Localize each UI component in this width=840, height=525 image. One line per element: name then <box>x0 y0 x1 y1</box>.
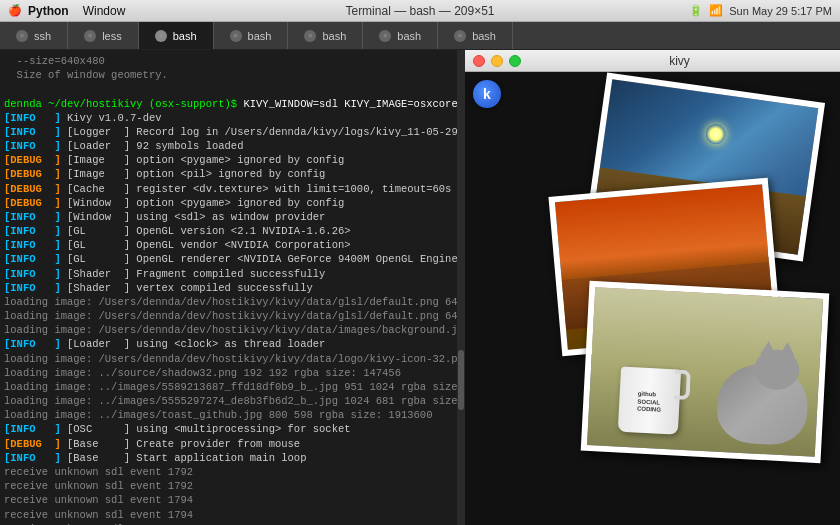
log-kivy-version-tag: [INFO ] <box>4 111 61 125</box>
photo-star <box>704 123 727 146</box>
mug-container: github SOCIAL CODING <box>608 351 692 435</box>
log-loading-6: loading image: ../images/toast_github.jp… <box>4 408 453 422</box>
tab-close-less[interactable]: × <box>84 30 96 42</box>
tab-label-bash1: bash <box>173 30 197 42</box>
log-line-4: [DEBUG ] [Cache ] register <dv.texture> … <box>4 182 453 196</box>
terminal-content[interactable]: --size=640x480 Size of window geometry. … <box>0 50 457 525</box>
log-loading-icon: loading image: /Users/dennda/dev/hostiki… <box>4 352 453 366</box>
log-text-6: [Window ] using <sdl> as window provider <box>61 210 326 224</box>
log-loading-5: loading image: ../images/5555297274_de8b… <box>4 394 453 408</box>
log-kivy-version: [INFO ] Kivy v1.0.7-dev <box>4 111 453 125</box>
loading-text-2: loading image: /Users/dennda/dev/hostiki… <box>4 323 457 337</box>
loading-text-3: loading image: ../source/shadow32.png 19… <box>4 366 401 380</box>
log-tag-3: [DEBUG ] <box>4 167 61 181</box>
log-text-11: [Shader ] vertex compiled successfully <box>61 281 313 295</box>
tab-bash-5[interactable]: × bash <box>438 22 513 49</box>
log-text-loader: [Loader ] using <clock> as thread loader <box>61 337 326 351</box>
loading-text-5: loading image: ../images/5555297274_de8b… <box>4 394 457 408</box>
log-line-10: [INFO ] [Shader ] Fragment compiled succ… <box>4 267 453 281</box>
kivy-window-title: kivy <box>527 54 832 68</box>
tab-close-bash4[interactable]: × <box>379 30 391 42</box>
log-loading-1: loading image: /Users/dennda/dev/hostiki… <box>4 309 453 323</box>
log-loading-0: loading image: /Users/dennda/dev/hostiki… <box>4 295 453 309</box>
tab-less[interactable]: × less <box>68 22 139 49</box>
tab-close-ssh[interactable]: × <box>16 30 28 42</box>
log-tag-9: [INFO ] <box>4 252 61 266</box>
cat-body <box>715 362 809 447</box>
log-tag-1: [INFO ] <box>4 139 61 153</box>
log-osc: [INFO ] [OSC ] using <multiprocessing> f… <box>4 422 453 436</box>
log-text-9: [GL ] OpenGL renderer <NVIDIA GeForce 94… <box>61 252 457 266</box>
tab-close-bash5[interactable]: × <box>454 30 466 42</box>
tab-ssh[interactable]: × ssh <box>0 22 68 49</box>
terminal-command: KIVY_WINDOW=sdl KIVY_IMAGE=osxcoreimage … <box>243 97 457 111</box>
log-line-0: [INFO ] [Logger ] Record log in /Users/d… <box>4 125 453 139</box>
terminal-inner: --size=640x480 Size of window geometry. … <box>0 50 465 525</box>
loading-text-icon: loading image: /Users/dennda/dev/hostiki… <box>4 352 457 366</box>
log-text-osc: [OSC ] using <multiprocessing> for socke… <box>61 422 351 436</box>
menu-items: Python Window <box>28 4 125 18</box>
loading-text-6: loading image: ../images/toast_github.jp… <box>4 408 432 422</box>
terminal-size-desc: Size of window geometry. <box>4 68 453 82</box>
battery-icon: 🔋 <box>689 4 703 17</box>
window-maximize-btn[interactable] <box>509 55 521 67</box>
tab-label-bash2: bash <box>248 30 272 42</box>
event-text-1: receive unknown sdl event 1792 <box>4 479 193 493</box>
log-text-base-loop: [Base ] Start application main loop <box>61 451 307 465</box>
tab-bash-4[interactable]: × bash <box>363 22 438 49</box>
log-event-0: receive unknown sdl event 1792 <box>4 465 453 479</box>
loading-text-1: loading image: /Users/dennda/dev/hostiki… <box>4 309 457 323</box>
tab-bash-3[interactable]: × bash <box>288 22 363 49</box>
loading-text-4: loading image: ../images/5589213687_ffd1… <box>4 380 457 394</box>
log-text-10: [Shader ] Fragment compiled successfully <box>61 267 326 281</box>
tab-close-bash1[interactable]: × <box>155 30 167 42</box>
event-text-2: receive unknown sdl event 1794 <box>4 493 193 507</box>
log-kivy-version-text: Kivy v1.0.7-dev <box>61 111 162 125</box>
log-tag-loader: [INFO ] <box>4 337 61 351</box>
window-close-btn[interactable] <box>473 55 485 67</box>
log-tag-6: [INFO ] <box>4 210 61 224</box>
log-loading-2: loading image: /Users/dennda/dev/hostiki… <box>4 323 453 337</box>
terminal-blank1 <box>4 82 453 96</box>
cat-ear-left <box>760 341 777 356</box>
log-text-4: [Cache ] register <dv.texture> with limi… <box>61 182 452 196</box>
terminal-scrollbar[interactable] <box>457 50 465 525</box>
log-line-7: [INFO ] [GL ] OpenGL version <2.1 NVIDIA… <box>4 224 453 238</box>
log-text-7: [GL ] OpenGL version <2.1 NVIDIA-1.6.26> <box>61 224 351 238</box>
log-base-mouse: [DEBUG ] [Base ] Create provider from mo… <box>4 437 453 451</box>
main-content: --size=640x480 Size of window geometry. … <box>0 50 840 525</box>
log-text-8: [GL ] OpenGL vendor <NVIDIA Corporation> <box>61 238 351 252</box>
mug-body: github SOCIAL CODING <box>618 367 681 435</box>
tab-label-bash3: bash <box>322 30 346 42</box>
log-tag-10: [INFO ] <box>4 267 61 281</box>
log-tag-2: [DEBUG ] <box>4 153 61 167</box>
log-line-loader: [INFO ] [Loader ] using <clock> as threa… <box>4 337 453 351</box>
log-tag-5: [DEBUG ] <box>4 196 61 210</box>
kivy-icon-label: k <box>483 86 491 102</box>
log-text-0: [Logger ] Record log in /Users/dennda/ki… <box>61 125 457 139</box>
tab-bash-2[interactable]: × bash <box>214 22 289 49</box>
kivy-canvas: k <box>465 72 840 525</box>
menu-python[interactable]: Python <box>28 4 69 18</box>
loading-text-0: loading image: /Users/dennda/dev/hostiki… <box>4 295 457 309</box>
log-line-8: [INFO ] [GL ] OpenGL vendor <NVIDIA Corp… <box>4 238 453 252</box>
event-text-0: receive unknown sdl event 1792 <box>4 465 193 479</box>
tab-close-bash2[interactable]: × <box>230 30 242 42</box>
log-tag-0: [INFO ] <box>4 125 61 139</box>
menu-window[interactable]: Window <box>83 4 126 18</box>
log-line-9: [INFO ] [GL ] OpenGL renderer <NVIDIA Ge… <box>4 252 453 266</box>
log-text-2: [Image ] option <pygame> ignored by conf… <box>61 153 345 167</box>
kivy-app-icon: k <box>473 80 501 108</box>
window-minimize-btn[interactable] <box>491 55 503 67</box>
scrollbar-thumb[interactable] <box>458 350 464 410</box>
tab-bar: × ssh × less × bash × bash × bash × bash… <box>0 22 840 50</box>
cat-head <box>753 349 800 391</box>
apple-menu-icon[interactable]: 🍎 <box>8 4 22 17</box>
log-line-2: [DEBUG ] [Image ] option <pygame> ignore… <box>4 153 453 167</box>
tab-bash-1[interactable]: × bash <box>139 22 214 49</box>
tab-close-bash3[interactable]: × <box>304 30 316 42</box>
tab-label-bash5: bash <box>472 30 496 42</box>
datetime-display: Sun May 29 5:17 PM <box>729 5 832 17</box>
photo-mug-cat: github SOCIAL CODING <box>581 281 830 463</box>
log-loading-4: loading image: ../images/5589213687_ffd1… <box>4 380 453 394</box>
